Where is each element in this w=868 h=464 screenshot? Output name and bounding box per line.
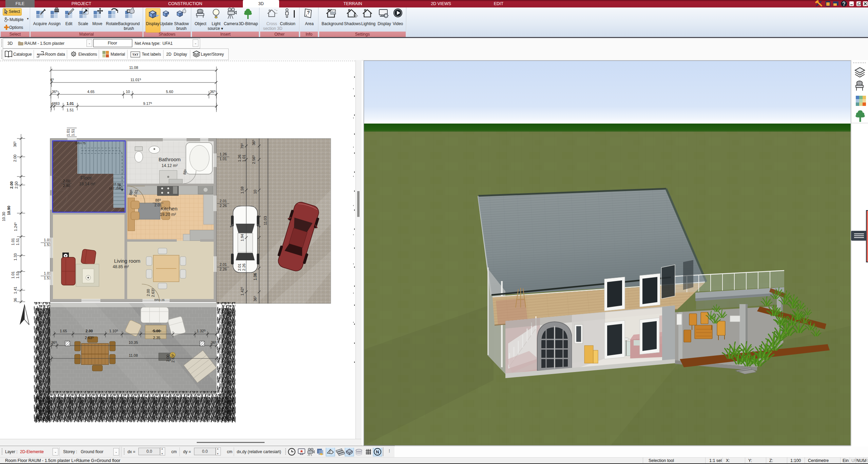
svg-text:2.00: 2.00: [166, 354, 170, 361]
svg-text:1.51: 1.51: [16, 238, 20, 245]
svg-text:1.01: 1.01: [44, 238, 51, 242]
svg-text:1.33: 1.33: [13, 253, 17, 260]
svg-text:10.35: 10.35: [129, 340, 138, 345]
svg-text:18.14 m²: 18.14 m²: [79, 182, 95, 186]
svg-text:10.30: 10.30: [2, 212, 6, 221]
svg-text:1.06: 1.06: [253, 273, 257, 280]
svg-text:Bathroom: Bathroom: [158, 156, 180, 162]
svg-text:2.80: 2.80: [63, 184, 70, 188]
svg-text:2.26: 2.26: [219, 267, 227, 271]
svg-text:1.59: 1.59: [240, 186, 244, 193]
svg-text:N: N: [376, 449, 379, 454]
svg-text:2.01: 2.01: [237, 263, 242, 271]
svg-text:19.20 m²: 19.20 m²: [160, 212, 176, 217]
svg-text:2.00: 2.00: [9, 181, 14, 188]
svg-text:4.65: 4.65: [87, 90, 94, 94]
svg-text:1.51: 1.51: [44, 243, 51, 247]
svg-text:2.50: 2.50: [14, 181, 18, 188]
svg-text:48.85 m²: 48.85 m²: [113, 264, 129, 269]
svg-text:2.01: 2.01: [219, 199, 227, 203]
svg-text:1.26: 1.26: [237, 154, 242, 162]
svg-text:5.60: 5.60: [166, 90, 173, 94]
svg-text:2.26: 2.26: [219, 204, 227, 208]
svg-text:11.03: 11.03: [263, 216, 267, 225]
svg-text:Floor: Floor: [80, 175, 92, 181]
svg-text:2.01: 2.01: [154, 203, 161, 207]
svg-text:1.01: 1.01: [44, 271, 51, 275]
svg-text:10: 10: [253, 190, 257, 194]
svg-text:1.51: 1.51: [71, 129, 75, 136]
svg-text:1.51: 1.51: [66, 108, 74, 112]
svg-text:2.00: 2.00: [85, 329, 93, 333]
svg-text:2.35: 2.35: [153, 336, 160, 340]
svg-text:1.65: 1.65: [60, 329, 67, 333]
svg-text:?: ?: [307, 10, 310, 15]
svg-text:ROOM: ROOM: [37, 53, 44, 56]
svg-text:2.01: 2.01: [219, 262, 227, 266]
svg-text:1.41: 1.41: [13, 286, 17, 294]
svg-text:2.00: 2.00: [13, 154, 17, 162]
svg-text:1.26: 1.26: [219, 152, 227, 156]
svg-text:1.51: 1.51: [16, 271, 20, 278]
svg-text:2.26: 2.26: [242, 263, 246, 271]
svg-text:11.08: 11.08: [129, 353, 138, 357]
svg-text:GRH 75: GRH 75: [75, 142, 86, 145]
svg-text:1.01: 1.01: [219, 157, 227, 161]
svg-text:2.00: 2.00: [63, 179, 70, 183]
svg-text:1.01: 1.01: [242, 154, 246, 162]
svg-text:10: 10: [126, 90, 130, 94]
svg-text:36: 36: [13, 298, 17, 302]
svg-text:Kitchen: Kitchen: [160, 206, 177, 211]
svg-text:1.94: 1.94: [240, 234, 244, 241]
svg-text:10.90: 10.90: [7, 206, 11, 215]
svg-text:1.01: 1.01: [66, 129, 70, 136]
svg-text:Living room: Living room: [114, 258, 140, 264]
svg-text:6583: 6583: [52, 101, 60, 106]
svg-text:BRH 26: BRH 26: [154, 298, 165, 302]
svg-text:11.08: 11.08: [129, 66, 138, 70]
svg-text:1.51: 1.51: [44, 276, 51, 280]
svg-text:2.00: 2.00: [146, 289, 150, 296]
svg-text:1.01: 1.01: [11, 271, 15, 278]
svg-text:1.01: 1.01: [11, 238, 15, 245]
svg-text:1.01: 1.01: [66, 101, 74, 106]
svg-text:14.12 m²: 14.12 m²: [161, 163, 177, 168]
